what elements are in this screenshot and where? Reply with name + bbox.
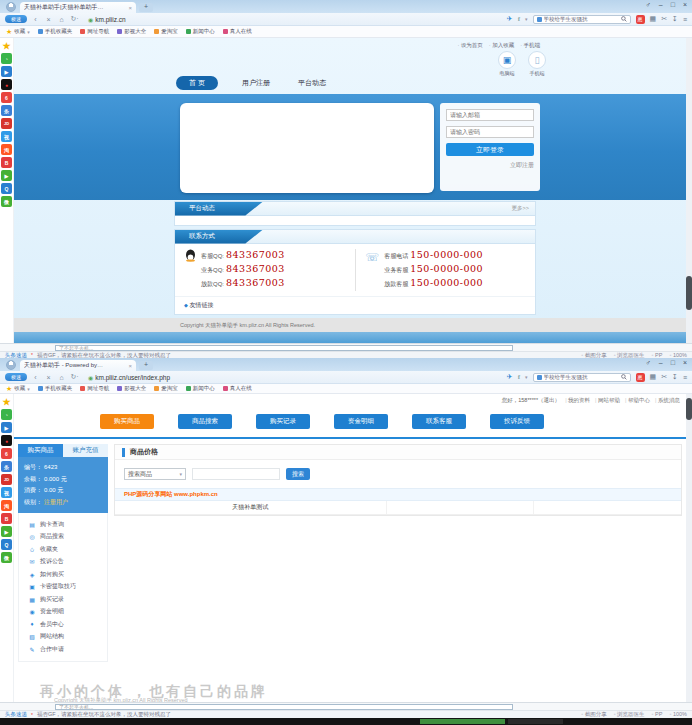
nav-button[interactable]: 购买记录 <box>256 414 310 429</box>
search-button[interactable]: 搜索 <box>286 468 310 480</box>
search-icon[interactable] <box>621 374 627 380</box>
stop-button[interactable]: × <box>44 16 53 23</box>
tab-buy-goods[interactable]: 购买商品 <box>18 444 63 457</box>
side-shortcut-icon[interactable]: ◔ <box>1 53 12 64</box>
sidebar-menu-item[interactable]: ◎ 商品搜索 <box>19 531 107 544</box>
window-control-button[interactable]: ♂ <box>646 359 651 366</box>
sidebar-menu-item[interactable]: ✩ 收藏夹 <box>19 543 107 556</box>
bookmark-item[interactable]: 爱淘宝 <box>154 28 178 35</box>
table-row[interactable]: 天猫补单测试 <box>115 501 681 515</box>
apps-icon[interactable]: ▦ <box>650 373 657 381</box>
promo-icon[interactable]: 惠 <box>636 15 645 24</box>
sidebar-menu-item[interactable]: ✎ 合作申请 <box>19 643 107 656</box>
side-shortcut-icon[interactable]: 微 <box>1 196 12 207</box>
new-tab-button[interactable]: + <box>139 3 153 12</box>
search-icon[interactable] <box>621 16 627 22</box>
side-shortcut-icon[interactable]: 6 <box>1 448 12 459</box>
download-icon[interactable]: ↧ <box>672 15 678 23</box>
side-shortcut-icon[interactable]: 淘 <box>1 500 12 511</box>
window-control-button[interactable]: × <box>683 1 687 8</box>
new-tab-button[interactable]: + <box>139 361 153 370</box>
share-icon[interactable]: ✈ <box>507 15 513 23</box>
browser-tab[interactable]: 天猫补单助手|天猫补单助手… × <box>20 2 136 13</box>
tab-close-icon[interactable]: × <box>128 363 132 369</box>
sidebar-menu-item[interactable]: ▦ 购买记录 <box>19 593 107 606</box>
side-shortcut-icon[interactable]: Q <box>1 539 12 550</box>
status-tool[interactable]: PP <box>652 711 663 718</box>
side-shortcut-icon[interactable]: 淘 <box>1 144 12 155</box>
bookmark-item[interactable]: 影视大全 <box>117 385 146 392</box>
speed-mode-button[interactable]: 极速 <box>5 15 27 23</box>
header-link[interactable]: 系统消息 <box>655 397 680 404</box>
news-ticker-label[interactable]: 头条速递 <box>5 711 27 718</box>
bookmark-item[interactable]: 真人在线 <box>223 28 252 35</box>
home-button[interactable]: ⌂ <box>57 374 66 381</box>
side-shortcut-icon[interactable]: JD <box>1 118 12 129</box>
window-control-button[interactable]: ♂ <box>646 1 651 8</box>
nav-button[interactable]: 商品搜索 <box>178 414 232 429</box>
quick-search-input[interactable] <box>55 345 513 351</box>
status-tool[interactable]: 浏览器医生 <box>614 711 645 718</box>
bookmark-item[interactable]: 手机收藏夹 <box>38 385 73 392</box>
bookmarks-folder[interactable]: ★ 收藏 ▾ <box>6 385 30 393</box>
mobile-version-item[interactable]: ▯ 手机端 <box>528 51 546 76</box>
side-shortcut-icon[interactable]: B <box>1 513 12 524</box>
browser-search-input[interactable]: 学校给学生发骚扰 <box>533 373 631 382</box>
side-shortcut-icon[interactable]: ▶ <box>1 422 12 433</box>
top-link[interactable]: 加入收藏 <box>489 42 514 49</box>
side-shortcut-icon[interactable]: 微 <box>1 552 12 563</box>
bookmark-item[interactable]: 新闻中心 <box>186 385 215 392</box>
bookmarks-folder[interactable]: ★ 收藏 ▾ <box>6 28 30 36</box>
side-shortcut-icon[interactable]: JD <box>1 474 12 485</box>
nav-button[interactable]: 投诉反馈 <box>490 414 544 429</box>
sidebar-menu-item[interactable]: ▧ 网站结构 <box>19 631 107 644</box>
nav-button[interactable]: 购买商品 <box>100 414 154 429</box>
header-link[interactable]: 我的资料 <box>565 397 590 404</box>
window-control-button[interactable]: □ <box>671 1 675 8</box>
side-shortcut-icon[interactable]: ▶ <box>1 526 12 537</box>
screenshot-icon[interactable]: ✂ <box>661 15 667 23</box>
top-link[interactable]: 手机端 <box>520 42 540 49</box>
nav-news[interactable]: 平台动态 <box>294 76 330 90</box>
side-shortcut-icon[interactable]: ▶ <box>1 66 12 77</box>
side-shortcut-icon[interactable]: B <box>1 157 12 168</box>
sidebar-menu-item[interactable]: ◈ 如何购买 <box>19 568 107 581</box>
window-control-button[interactable]: – <box>659 359 663 366</box>
window-control-button[interactable]: – <box>659 1 663 8</box>
header-link[interactable]: 帮助中心 <box>625 397 650 404</box>
news-ticker-text[interactable]: 福否GF，请紧贴在坐玩不这么对象，没人要特对残忍了 <box>37 711 171 718</box>
plugin-icon[interactable]: f <box>518 15 520 23</box>
friend-links[interactable]: ◆ 友情链接 <box>175 296 535 314</box>
side-shortcut-icon[interactable]: Q <box>1 183 12 194</box>
share-icon[interactable]: ✈ <box>507 373 513 381</box>
user-avatar-icon[interactable] <box>6 360 16 370</box>
side-shortcut-icon[interactable]: 视 <box>1 487 12 498</box>
menu-icon[interactable]: ≡ <box>683 16 687 23</box>
bookmark-item[interactable]: 网址导航 <box>80 28 109 35</box>
side-shortcut-icon[interactable]: 6 <box>1 92 12 103</box>
nav-button[interactable]: 资金明细 <box>334 414 388 429</box>
sidebar-menu-item[interactable]: ▣ 卡密提取技巧 <box>19 581 107 594</box>
register-link[interactable]: 立即注册 <box>446 161 534 170</box>
nav-button[interactable]: 联系客服 <box>412 414 466 429</box>
refresh-button[interactable]: ↻· <box>70 15 79 23</box>
email-input[interactable] <box>446 109 534 121</box>
side-shortcut-icon[interactable]: ★ <box>1 396 12 407</box>
side-shortcut-icon[interactable]: ▶ <box>1 170 12 181</box>
download-icon[interactable]: ↧ <box>672 373 678 381</box>
side-shortcut-icon[interactable]: ★ <box>1 40 12 51</box>
login-button[interactable]: 立即登录 <box>446 143 534 156</box>
window-control-button[interactable]: × <box>683 359 687 366</box>
plugin-icon[interactable]: f <box>518 373 520 381</box>
status-tool[interactable]: 截图分享 <box>581 711 606 718</box>
side-shortcut-icon[interactable]: 视 <box>1 131 12 142</box>
window-control-button[interactable]: □ <box>671 359 675 366</box>
menu-icon[interactable]: ≡ <box>683 374 687 381</box>
sidebar-menu-item[interactable]: ✉ 投诉公告 <box>19 556 107 569</box>
chevron-down-icon[interactable]: ▾ <box>525 16 528 22</box>
page-scrollbar[interactable] <box>686 38 692 343</box>
refresh-button[interactable]: ↻· <box>70 373 79 381</box>
tab-recharge[interactable]: 账户充值 <box>63 444 108 457</box>
top-link[interactable]: 设为首页 <box>457 42 482 49</box>
home-button[interactable]: ⌂ <box>57 16 66 23</box>
